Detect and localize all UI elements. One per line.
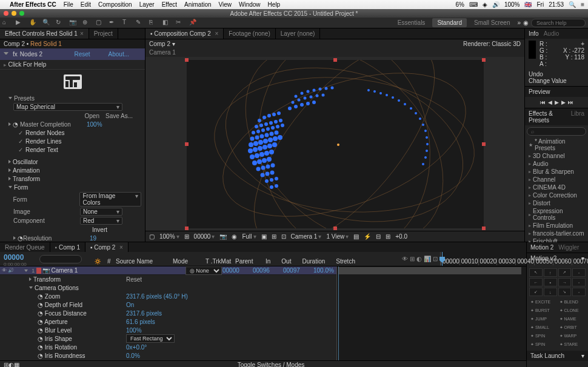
anchor-tr[interactable]: ↗ [558, 268, 572, 277]
clock-day[interactable]: Fri [536, 1, 544, 8]
checkbox-icon[interactable]: ✓ [18, 147, 24, 153]
guides-icon[interactable]: ⊡ [281, 233, 286, 240]
tab-wiggler[interactable]: Wiggler [558, 244, 579, 251]
pan-behind-tool-icon[interactable]: ⊕ [82, 19, 91, 27]
effects-category[interactable]: * Animation Presets [525, 137, 588, 152]
anchor-br[interactable]: ↘ [558, 288, 572, 296]
macos-menubar[interactable]: After Effects CC File Edit Composition L… [0, 0, 588, 9]
mask-toggle-icon[interactable]: ▢ [149, 233, 155, 240]
views-dropdown[interactable]: 1 View [326, 233, 349, 240]
comp-subtab[interactable]: Comp 2 ▾ [149, 41, 175, 47]
menu-window[interactable]: Window [239, 1, 261, 8]
tab-effect-controls[interactable]: Effect Controls Red Solid 1× [0, 28, 89, 39]
roi-icon[interactable]: ▣ [261, 233, 267, 240]
pen-tool-icon[interactable]: ✒ [109, 19, 118, 27]
motion-blur-icon[interactable]: ◐ [416, 256, 422, 262]
task-launch[interactable]: Task Launch [530, 352, 564, 359]
close-icon[interactable]: × [215, 30, 218, 37]
motion-action-button[interactable]: ✦ JUMP [529, 316, 557, 323]
first-frame-icon[interactable]: ⏮ [540, 99, 546, 105]
composition-viewer[interactable] [145, 57, 524, 231]
search-help-input[interactable] [531, 19, 586, 27]
tab-effects-presets[interactable]: Effects & Presets [529, 110, 566, 124]
anchor-opt[interactable]: ◦ [572, 268, 586, 277]
puppet-tool-icon[interactable]: 📌 [189, 19, 198, 27]
menu-icon[interactable]: ≡ [581, 1, 584, 8]
menu-layer[interactable]: Layer [139, 1, 155, 8]
renderer-label[interactable]: Renderer: Classic 3D [463, 41, 521, 47]
clock-time[interactable]: 21:53 [549, 1, 564, 8]
last-frame-icon[interactable]: ⏭ [568, 99, 573, 105]
reset-link[interactable]: Reset [74, 51, 90, 58]
menu-composition[interactable]: Composition [98, 1, 132, 8]
shy-icon[interactable]: 👁 [402, 256, 408, 262]
tab-info[interactable]: Info [529, 30, 539, 37]
toggle-switches-button[interactable]: Toggle Switches / Modes [238, 362, 305, 367]
effects-category[interactable]: CINEMA 4D [525, 183, 588, 191]
tab-audio[interactable]: Audio [544, 30, 560, 37]
channel-icon[interactable]: ◉ [232, 233, 237, 240]
resolution-value[interactable]: 19 [90, 235, 96, 242]
preset-saveas[interactable]: Save As... [105, 113, 133, 119]
battery-icon[interactable]: 100% [504, 1, 520, 8]
layer-search-input[interactable] [39, 255, 82, 263]
traffic-lights[interactable] [4, 11, 24, 16]
master-completion-value[interactable]: 100% [87, 121, 102, 128]
anchor-opt[interactable]: ◦ [572, 288, 586, 296]
menu-app[interactable]: After Effects CC [10, 1, 56, 8]
effects-category[interactable]: Expression Controls [525, 207, 588, 222]
timeline-track[interactable] [336, 266, 526, 360]
effects-category[interactable]: Distort [525, 199, 588, 207]
menu-effect[interactable]: Effect [162, 1, 177, 8]
time-ruler[interactable]: 0000000010000200003000040000500006000070… [440, 252, 526, 266]
help-hint[interactable]: ▸ Click For Help [0, 60, 145, 70]
motion-action-button[interactable]: ✦ EXCITE [529, 299, 557, 306]
volume-icon[interactable]: 🔊 [492, 1, 499, 8]
motion-action-button[interactable]: ✦ BURST [529, 307, 557, 314]
stopwatch-icon[interactable]: ◔ [18, 235, 23, 242]
flowchart-icon[interactable]: ⊞ [386, 233, 390, 240]
grid-icon[interactable]: ⊞ [272, 233, 276, 240]
menu-help[interactable]: Help [268, 1, 281, 8]
zoom-tool-icon[interactable]: 🔍 [42, 19, 51, 27]
bluetooth-icon[interactable]: ⌨ [469, 1, 478, 8]
image-dropdown[interactable]: None [80, 208, 122, 216]
toggle-icon[interactable]: ▦ [14, 362, 19, 367]
zoom-dropdown[interactable]: 100% [159, 233, 179, 240]
stopwatch-icon[interactable]: ◔ [13, 121, 18, 128]
current-time[interactable]: 00000 0:00:00:00 (25.00 fps) [0, 252, 39, 266]
anchor-tl[interactable]: ↖ [529, 268, 543, 277]
prev-frame-icon[interactable]: ◀ [548, 99, 552, 105]
tab-libraries[interactable]: Libra [571, 110, 584, 124]
anchor-r[interactable]: → [558, 278, 572, 286]
play-icon[interactable]: ▶ [555, 99, 559, 105]
hand-tool-icon[interactable]: ✋ [29, 19, 38, 27]
close-icon[interactable]: × [80, 30, 84, 37]
motion-action-button[interactable]: ✦ BLEND [558, 299, 586, 306]
sync-icon[interactable]: ◉ [523, 19, 529, 26]
workspace-small-screen[interactable]: Small Screen [469, 18, 515, 27]
brush-tool-icon[interactable]: ✎ [136, 19, 144, 27]
anchor-c[interactable]: • [544, 278, 557, 286]
tab-footage[interactable]: Footage (none) [224, 28, 275, 39]
playhead[interactable] [442, 252, 443, 266]
effects-category[interactable]: Blur & Sharpen [525, 168, 588, 176]
form-dropdown[interactable]: From Image Colors [79, 192, 141, 207]
timeline-icon[interactable]: ⊟ [376, 233, 381, 240]
frame-blend-icon[interactable]: ⊞ [410, 256, 415, 262]
anchor-t[interactable]: ↑ [544, 268, 557, 277]
effect-header-row[interactable]: fx Nodes 2 Reset About... [0, 48, 145, 60]
layer-name[interactable]: 📷 Camera 1 [41, 267, 132, 274]
home-icon[interactable]: ⌂ [2, 19, 11, 27]
effects-search-input[interactable]: ⌕ [527, 127, 586, 136]
chevron-icon[interactable]: ▾ [581, 352, 584, 359]
roto-tool-icon[interactable]: ✂ [176, 19, 184, 27]
pixel-aspect-icon[interactable]: ▤ [353, 233, 359, 240]
effects-category[interactable]: Color Correction [525, 191, 588, 199]
effects-category[interactable]: Audio [525, 160, 588, 168]
wifi-icon[interactable]: ◈ [483, 1, 487, 8]
motion-action-button[interactable]: ✦ CLONE [558, 307, 586, 314]
effects-category[interactable]: Film Emulation [525, 222, 588, 230]
clone-tool-icon[interactable]: ⎘ [149, 19, 158, 27]
shape-tool-icon[interactable]: ▢ [96, 19, 104, 27]
